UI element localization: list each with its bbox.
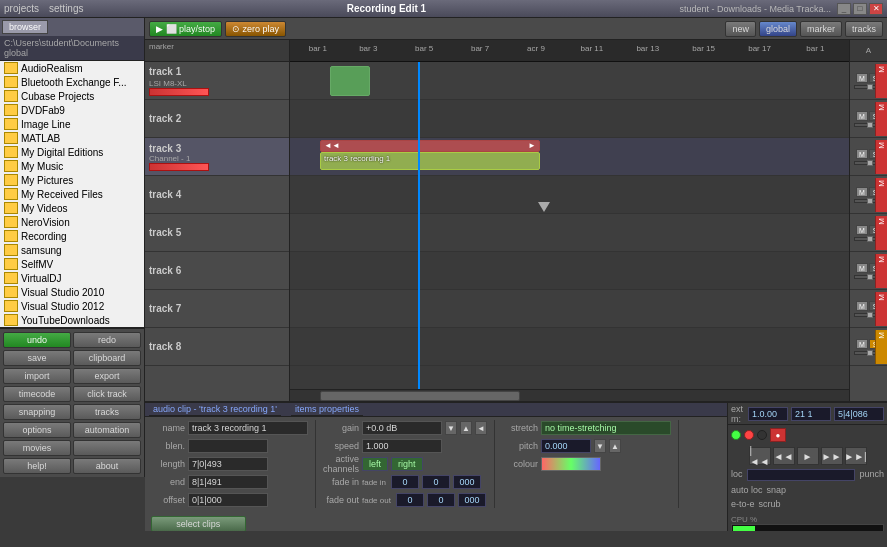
tree-item-my-music[interactable]: My Music [0,159,144,173]
marker-button[interactable]: marker [800,21,842,37]
track-lane-2[interactable] [290,100,849,138]
tree-item-digital-editions[interactable]: My Digital Editions [0,145,144,159]
tree-item-imageline[interactable]: Image Line [0,117,144,131]
skip-end-btn[interactable]: ►►| [845,447,867,465]
fadein-v3[interactable]: 000 [453,475,481,489]
fadeout-v3[interactable]: 000 [458,493,486,507]
track-4-mute[interactable]: M [856,187,868,197]
h-scrollbar[interactable] [290,389,849,401]
track-3-mute[interactable]: M [856,149,868,159]
play-stop-btn[interactable]: ▶ ⬜ play/stop [149,21,222,37]
zero-play-btn[interactable]: ⊙ zero play [225,21,286,37]
track-3-main-clip[interactable]: track 3 recording 1 [320,152,540,170]
h-scroll-thumb[interactable] [320,391,520,401]
track-lane-6[interactable] [290,252,849,290]
blen-value[interactable] [188,439,268,453]
tree-item-selfmv[interactable]: SelfMV [0,257,144,271]
import-button[interactable]: import [3,368,71,384]
movies-button[interactable]: movies [3,440,71,456]
speed-value[interactable]: 1.000 [362,439,442,453]
track-lane-3[interactable]: ◄◄ ► track 3 recording 1 [290,138,849,176]
tree-item-audiorealism[interactable]: AudioRealism [0,61,144,75]
track-lane-5[interactable] [290,214,849,252]
maximize-button[interactable]: □ [853,3,867,15]
gain-down[interactable]: ▼ [445,421,457,435]
minimize-button[interactable]: _ [837,3,851,15]
undo-button[interactable]: undo [3,332,71,348]
track-lane-8[interactable] [290,328,849,366]
track-2-mute[interactable]: M [856,111,868,121]
tree-item-received[interactable]: My Received Files [0,187,144,201]
track-6-mute[interactable]: M [856,263,868,273]
stretch-value[interactable]: no time-stretching [541,421,671,435]
pitch-value[interactable]: 0.000 [541,439,591,453]
gain-value[interactable]: +0.0 dB [362,421,442,435]
select-clips-btn[interactable]: select clips [151,516,246,531]
options-button[interactable]: options [3,422,71,438]
tree-item-nerovision[interactable]: NeroVision [0,215,144,229]
tree-item-samsung[interactable]: samsung [0,243,144,257]
track-5-mute[interactable]: M [856,225,868,235]
close-button[interactable]: ✕ [869,3,883,15]
track-lane-4[interactable] [290,176,849,214]
ch-left-btn[interactable]: left [362,457,388,471]
ext-value2[interactable]: 21 1 [791,407,831,421]
ch-right-btn[interactable]: right [391,457,423,471]
save-button[interactable]: save [3,350,71,366]
pitch-up[interactable]: ▲ [609,439,621,453]
browser-tab[interactable]: browser [2,20,48,34]
pitch-down[interactable]: ▼ [594,439,606,453]
track-1-mute[interactable]: M [856,73,868,83]
end-value[interactable]: 8|1|491 [188,475,268,489]
tree-item-youtube[interactable]: YouTubeDownloads [0,313,144,327]
tree-item-vs2010[interactable]: Visual Studio 2010 [0,285,144,299]
help-button[interactable]: help! [3,458,71,474]
click-track-button[interactable]: click track [73,386,141,402]
export-button[interactable]: export [73,368,141,384]
play-btn[interactable]: ► [797,447,819,465]
rewind-btn[interactable]: ◄◄ [773,447,795,465]
tracks-top-button[interactable]: tracks [845,21,883,37]
track-3-red-clip[interactable]: ◄◄ ► [320,140,540,152]
track-lane-7[interactable] [290,290,849,328]
about-button[interactable]: about [73,458,141,474]
track-1-clip[interactable] [330,66,370,96]
tree-item-dvdfab[interactable]: DVDFab9 [0,103,144,117]
colour-swatch[interactable] [541,457,601,471]
gain-reset[interactable]: ◄ [475,421,487,435]
ext-value1[interactable]: 1.0.00 [748,407,788,421]
loc-value[interactable] [747,469,856,481]
skip-start-btn[interactable]: |◄◄ [749,447,771,465]
offset-value[interactable]: 0|1|000 [188,493,268,507]
fadein-v1[interactable]: 0 [391,475,419,489]
rec-btn[interactable]: ● [770,428,786,442]
length-value[interactable]: 7|0|493 [188,457,268,471]
tree-item-bluetooth[interactable]: Bluetooth Exchange F... [0,75,144,89]
tree-item-virtualdj[interactable]: VirtualDJ [0,271,144,285]
clipboard-button[interactable]: clipboard [73,350,141,366]
tracks-button[interactable]: tracks [73,404,141,420]
fadeout-v1[interactable]: 0 [396,493,424,507]
snapping-button[interactable]: snapping [3,404,71,420]
tree-item-matlab[interactable]: MATLAB [0,131,144,145]
fadeout-v2[interactable]: 0 [427,493,455,507]
tree-item-cubase[interactable]: Cubase Projects [0,89,144,103]
timecode-button[interactable]: timecode [3,386,71,402]
blank-button[interactable] [73,440,141,456]
tree-item-my-pictures[interactable]: My Pictures [0,173,144,187]
automation-button[interactable]: automation [73,422,141,438]
ext-value3[interactable]: 5|4|086 [834,407,884,421]
redo-button[interactable]: redo [73,332,141,348]
tree-item-recording[interactable]: Recording [0,229,144,243]
new-button[interactable]: new [725,21,756,37]
gain-up[interactable]: ▲ [460,421,472,435]
ffwd-btn[interactable]: ►► [821,447,843,465]
tree-item-vs2012[interactable]: Visual Studio 2012 [0,299,144,313]
global-button[interactable]: global [759,21,797,37]
track-lane-1[interactable] [290,62,849,100]
track-8-mute[interactable]: M [856,339,868,349]
name-value[interactable]: track 3 recording 1 [188,421,308,435]
fadein-v2[interactable]: 0 [422,475,450,489]
tree-item-my-videos[interactable]: My Videos [0,201,144,215]
track-7-mute[interactable]: M [856,301,868,311]
